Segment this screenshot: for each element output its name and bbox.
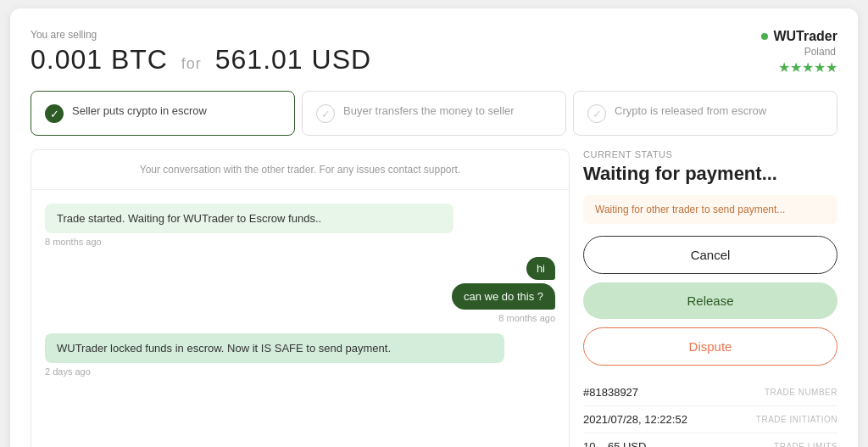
main-layout: Your conversation with the other trader.… xyxy=(31,149,837,447)
status-banner: Waiting for other trader to send payment… xyxy=(583,195,837,224)
step-3-label: Crypto is released from escrow xyxy=(615,103,766,119)
steps-container: ✓ Seller puts crypto in escrow ✓ Buyer t… xyxy=(31,91,837,136)
trade-number-label: TRADE NUMBER xyxy=(765,388,837,397)
trade-limits-value: 10 – 65 USD xyxy=(583,440,646,447)
trader-stars: ★★★★★ xyxy=(761,59,837,75)
message-2-timestamp: 8 months ago xyxy=(498,313,555,323)
step-2-icon: ✓ xyxy=(316,104,335,123)
status-title: Waiting for payment... xyxy=(583,163,837,185)
trade-initiation-value: 2021/07/28, 12:22:52 xyxy=(583,413,687,426)
message-3-text: WUTrader locked funds in escrow. Now it … xyxy=(45,333,504,363)
message-2-group: hi can we do this ? 8 months ago xyxy=(45,257,555,323)
message-2-bubble-2: can we do this ? xyxy=(452,283,555,310)
step-1: ✓ Seller puts crypto in escrow xyxy=(31,91,295,136)
trade-initiation-row: 2021/07/28, 12:22:52 TRADE INITIATION xyxy=(583,406,837,433)
step-1-label: Seller puts crypto in escrow xyxy=(72,103,207,119)
usd-price: 561.01 USD xyxy=(215,44,371,75)
trader-info: WUTrader Poland ★★★★★ xyxy=(761,29,837,75)
message-1: Trade started. Waiting for WUTrader to E… xyxy=(45,204,555,247)
btc-amount: 0.001 BTC xyxy=(31,44,168,75)
message-1-timestamp: 8 months ago xyxy=(45,237,555,247)
right-panel: CURRENT STATUS Waiting for payment... Wa… xyxy=(583,149,837,447)
selling-label: You are selling xyxy=(31,29,371,41)
release-button[interactable]: Release xyxy=(583,282,837,319)
trade-number-value: #81838927 xyxy=(583,386,638,399)
message-1-text: Trade started. Waiting for WUTrader to E… xyxy=(45,204,453,233)
trade-details: #81838927 TRADE NUMBER 2021/07/28, 12:22… xyxy=(583,379,837,447)
main-container: You are selling 0.001 BTC for 561.01 USD… xyxy=(10,8,858,447)
step-3-icon: ✓ xyxy=(587,104,606,123)
trader-name: WUTrader xyxy=(773,29,837,44)
cancel-button[interactable]: Cancel xyxy=(583,236,837,274)
dispute-button[interactable]: Dispute xyxy=(583,327,837,366)
chat-section: Your conversation with the other trader.… xyxy=(31,149,570,447)
message-3-timestamp: 2 days ago xyxy=(45,366,555,377)
trade-initiation-label: TRADE INITIATION xyxy=(756,415,837,424)
step-1-icon: ✓ xyxy=(45,104,64,123)
trader-country: Poland xyxy=(761,46,836,58)
current-status-label: CURRENT STATUS xyxy=(583,149,837,159)
step-3: ✓ Crypto is released from escrow xyxy=(573,91,837,136)
for-text: for xyxy=(181,55,202,72)
message-2-bubble-1: hi xyxy=(526,257,555,280)
trade-number-row: #81838927 TRADE NUMBER xyxy=(583,379,837,406)
step-2-label: Buyer transfers the money to seller xyxy=(343,103,515,119)
step-2: ✓ Buyer transfers the money to seller xyxy=(302,91,566,136)
chat-info-text: Your conversation with the other trader.… xyxy=(31,150,569,190)
message-3: WUTrader locked funds in escrow. Now it … xyxy=(45,333,555,377)
selling-info: You are selling 0.001 BTC for 561.01 USD xyxy=(31,29,371,75)
trader-name-row: WUTrader xyxy=(761,29,837,44)
header: You are selling 0.001 BTC for 561.01 USD… xyxy=(31,29,837,75)
online-indicator xyxy=(761,33,768,40)
chat-messages: Trade started. Waiting for WUTrader to E… xyxy=(31,190,569,447)
selling-amount: 0.001 BTC for 561.01 USD xyxy=(31,44,371,75)
trade-limits-label: TRADE LIMITS xyxy=(774,442,837,447)
trade-limits-row: 10 – 65 USD TRADE LIMITS xyxy=(583,433,837,447)
